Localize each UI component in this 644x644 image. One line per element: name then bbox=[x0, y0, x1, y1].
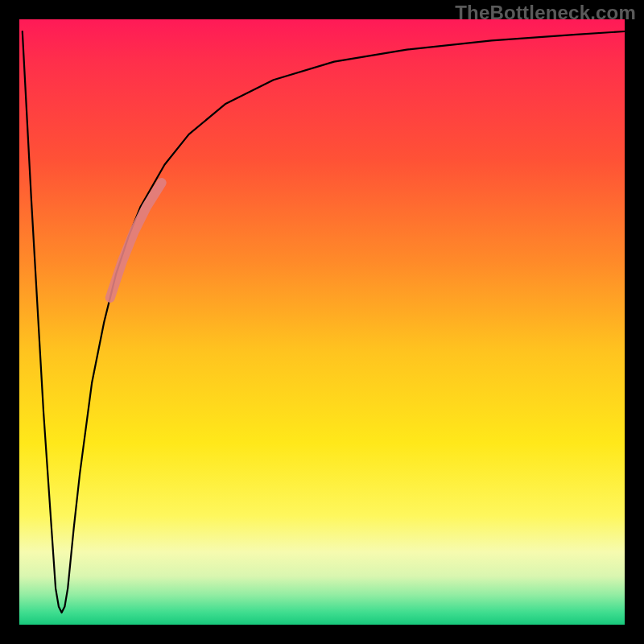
watermark-text: TheBottleneck.com bbox=[455, 2, 636, 24]
plot-area bbox=[19, 19, 625, 625]
highlight-segment bbox=[110, 183, 162, 298]
chart-frame: TheBottleneck.com bbox=[0, 0, 644, 644]
bottleneck-curve bbox=[23, 31, 625, 613]
curve-layer bbox=[19, 19, 625, 625]
